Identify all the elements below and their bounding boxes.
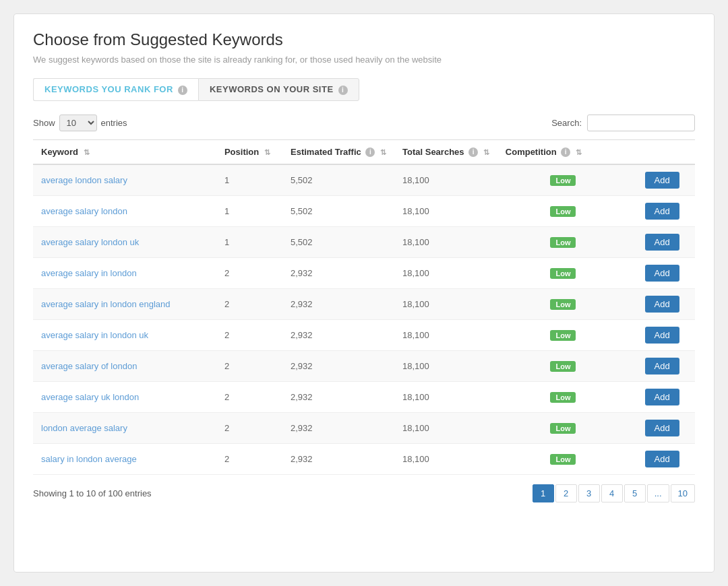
cell-traffic: 5,502 (282, 227, 394, 258)
cell-competition: Low (497, 382, 629, 413)
page-btn-5[interactable]: 5 (624, 484, 646, 502)
col-header-position: Position ⇅ (216, 139, 282, 164)
cell-traffic: 2,932 (282, 258, 394, 289)
page-subtitle: We suggest keywords based on those the s… (33, 55, 695, 65)
cell-searches: 18,100 (394, 258, 497, 289)
cell-competition: Low (497, 258, 629, 289)
show-entries-control: Show 10 25 50 100 entries (33, 115, 127, 131)
tab-rank-info-icon[interactable]: i (178, 86, 187, 95)
cell-competition: Low (497, 351, 629, 382)
cell-traffic: 2,932 (282, 320, 394, 351)
cell-traffic: 2,932 (282, 351, 394, 382)
cell-searches: 18,100 (394, 413, 497, 444)
cell-traffic: 2,932 (282, 382, 394, 413)
table-row: average salary london uk15,50218,100LowA… (33, 227, 695, 258)
table-row: average salary in london uk22,93218,100L… (33, 320, 695, 351)
cell-position: 2 (216, 382, 282, 413)
table-row: london average salary22,93218,100LowAdd (33, 413, 695, 444)
search-input[interactable] (587, 115, 695, 131)
table-footer: Showing 1 to 10 of 100 entries 12345...1… (33, 484, 695, 502)
sort-keyword-icon[interactable]: ⇅ (84, 148, 90, 157)
cell-position: 1 (216, 196, 282, 227)
cell-position: 1 (216, 227, 282, 258)
competition-badge: Low (550, 175, 576, 186)
search-label: Search: (551, 118, 582, 128)
entries-label: entries (101, 118, 127, 128)
table-row: average salary uk london22,93218,100LowA… (33, 382, 695, 413)
cell-position: 2 (216, 320, 282, 351)
cell-keyword: salary in london average (33, 444, 216, 475)
cell-position: 2 (216, 289, 282, 320)
add-keyword-button[interactable]: Add (645, 296, 679, 313)
cell-keyword: average salary in london (33, 258, 216, 289)
competition-badge: Low (550, 330, 576, 341)
cell-action: Add (629, 289, 695, 320)
cell-position: 1 (216, 164, 282, 196)
sort-competition-icon[interactable]: ⇅ (576, 148, 582, 157)
cell-action: Add (629, 413, 695, 444)
cell-traffic: 2,932 (282, 413, 394, 444)
col-header-keyword: Keyword ⇅ (33, 139, 216, 164)
col-header-traffic: Estimated Traffic i ⇅ (282, 139, 394, 164)
cell-keyword: average salary in london england (33, 289, 216, 320)
table-row: average salary london15,50218,100LowAdd (33, 196, 695, 227)
traffic-info-icon[interactable]: i (365, 148, 375, 157)
add-keyword-button[interactable]: Add (645, 358, 679, 375)
cell-action: Add (629, 320, 695, 351)
keywords-table: Keyword ⇅ Position ⇅ Estimated Traffic i… (33, 139, 695, 476)
cell-action: Add (629, 382, 695, 413)
entries-select[interactable]: 10 25 50 100 (59, 115, 97, 131)
add-keyword-button[interactable]: Add (645, 265, 679, 282)
searches-info-icon[interactable]: i (468, 148, 478, 157)
add-keyword-button[interactable]: Add (645, 234, 679, 251)
page-btn-10[interactable]: 10 (671, 484, 695, 502)
cell-competition: Low (497, 444, 629, 475)
add-keyword-button[interactable]: Add (645, 389, 679, 405)
showing-info: Showing 1 to 10 of 100 entries (33, 488, 152, 498)
main-card: Choose from Suggested Keywords We sugges… (13, 13, 715, 573)
table-controls: Show 10 25 50 100 entries Search: (33, 115, 695, 131)
page-btn-1[interactable]: 1 (533, 484, 554, 502)
sort-traffic-icon[interactable]: ⇅ (380, 148, 386, 157)
table-row: salary in london average22,93218,100LowA… (33, 444, 695, 475)
cell-keyword: london average salary (33, 413, 216, 444)
cell-keyword: average salary of london (33, 351, 216, 382)
competition-badge: Low (550, 268, 576, 279)
add-keyword-button[interactable]: Add (645, 327, 679, 344)
page-btn-2[interactable]: 2 (555, 484, 577, 502)
search-container: Search: (551, 115, 695, 131)
cell-competition: Low (497, 413, 629, 444)
cell-searches: 18,100 (394, 196, 497, 227)
cell-action: Add (629, 227, 695, 258)
add-keyword-button[interactable]: Add (645, 420, 679, 436)
cell-competition: Low (497, 289, 629, 320)
col-header-competition: Competition i ⇅ (497, 139, 629, 164)
cell-competition: Low (497, 320, 629, 351)
tab-keywords-rank[interactable]: KEYWORDS YOU RANK FOR i (33, 78, 198, 101)
cell-action: Add (629, 258, 695, 289)
sort-searches-icon[interactable]: ⇅ (483, 148, 489, 157)
sort-position-icon[interactable]: ⇅ (264, 148, 270, 157)
tab-site-info-icon[interactable]: i (338, 86, 348, 95)
page-btn-3[interactable]: 3 (578, 484, 600, 502)
table-body: average london salary15,50218,100LowAdda… (33, 164, 695, 475)
add-keyword-button[interactable]: Add (645, 172, 679, 189)
show-label: Show (33, 118, 55, 128)
col-header-searches: Total Searches i ⇅ (394, 139, 497, 164)
page-title: Choose from Suggested Keywords (33, 30, 695, 49)
cell-traffic: 5,502 (282, 196, 394, 227)
cell-traffic: 5,502 (282, 164, 394, 196)
competition-badge: Low (550, 392, 576, 403)
add-keyword-button[interactable]: Add (645, 451, 679, 467)
cell-action: Add (629, 351, 695, 382)
add-keyword-button[interactable]: Add (645, 203, 679, 220)
competition-badge: Low (550, 299, 576, 310)
col-header-action (629, 139, 695, 164)
cell-searches: 18,100 (394, 227, 497, 258)
cell-searches: 18,100 (394, 164, 497, 196)
table-row: average salary in london england22,93218… (33, 289, 695, 320)
competition-info-icon[interactable]: i (561, 148, 570, 157)
page-btn-4[interactable]: 4 (601, 484, 623, 502)
tab-keywords-site[interactable]: KEYWORDS ON YOUR SITE i (198, 78, 359, 101)
competition-badge: Low (550, 206, 576, 217)
